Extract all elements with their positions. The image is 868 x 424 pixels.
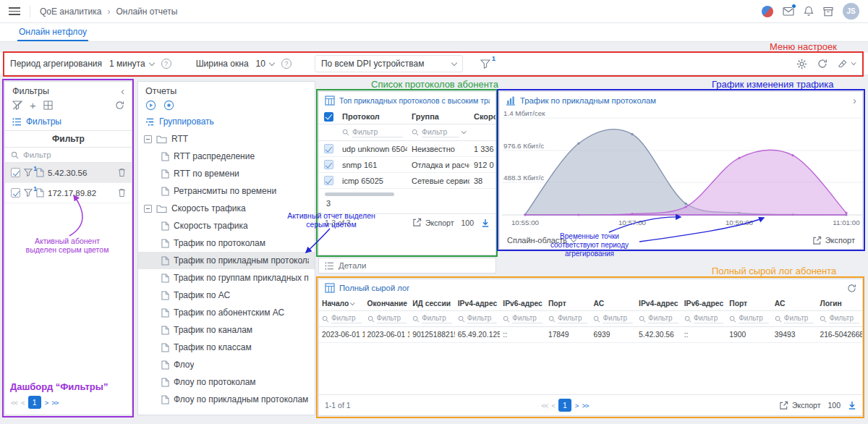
column-header-group[interactable]: Группа [407, 109, 469, 124]
column-header[interactable]: IPv6-адрес [681, 297, 727, 311]
filter-funnel-icon[interactable]: 1 [480, 59, 490, 69]
report-item[interactable]: Скорость трафика [138, 217, 315, 234]
filter-funnel-icon[interactable]: 1 [24, 169, 33, 177]
column-filter-input[interactable]: Фильтр [817, 311, 862, 327]
next-page-button[interactable]: > [45, 399, 48, 407]
last-page-button[interactable]: >> [51, 399, 58, 407]
report-item-active[interactable]: Трафик по прикладным протоколам [138, 252, 315, 269]
messages-icon[interactable] [783, 7, 794, 16]
help-icon[interactable]: ? [281, 59, 292, 69]
column-header[interactable]: IPv6-адрес [500, 297, 545, 311]
details-section[interactable]: Детали [318, 258, 496, 274]
filter-funnel-icon[interactable]: 1 [24, 189, 33, 197]
bell-icon[interactable] [804, 6, 814, 17]
window-width-select[interactable]: 10 [256, 59, 274, 69]
user-avatar[interactable]: JS [843, 3, 859, 20]
report-item[interactable]: Трафик по протоколам [138, 234, 315, 252]
report-folder[interactable]: Скорость трафика [138, 200, 315, 217]
protocol-filter-input[interactable]: Фильтр [338, 124, 407, 141]
filter-search-input[interactable] [23, 150, 126, 159]
row-checkbox[interactable] [324, 144, 333, 153]
column-filter-input[interactable]: Фильтр [590, 311, 636, 327]
dot-circle-icon[interactable] [163, 100, 174, 111]
row-checkbox[interactable] [324, 176, 333, 185]
column-filter-input[interactable]: Фильтр [772, 311, 817, 327]
clear-filters-icon[interactable] [838, 59, 856, 69]
column-filter-input[interactable]: Фильтр [636, 311, 681, 327]
report-item[interactable]: Флоу [138, 356, 315, 373]
report-item[interactable]: RTT по времени [138, 165, 315, 182]
gear-icon[interactable] [796, 59, 807, 69]
tab-online-netflow[interactable]: Онлайн нетфлоу [17, 23, 88, 41]
column-header-protocol[interactable]: Протокол [338, 109, 407, 124]
current-page-button[interactable]: 1 [28, 396, 41, 409]
column-header[interactable]: Логин [817, 297, 862, 311]
horizontal-scrollbar[interactable] [325, 192, 394, 196]
report-item[interactable]: Ретрансмиты по времени [138, 182, 315, 200]
column-filter-input[interactable]: Фильтр [500, 311, 545, 327]
next-page-button[interactable]: > [575, 402, 579, 410]
column-header[interactable]: Порт [545, 297, 591, 311]
filter-column-header[interactable]: Фильтр [5, 130, 132, 148]
page-size-select[interactable]: 100 [461, 219, 474, 227]
column-filter-input[interactable]: Фильтр [545, 311, 591, 327]
column-header[interactable]: АС [590, 297, 636, 311]
report-item[interactable]: Трафик по АС [138, 287, 315, 304]
column-header[interactable]: IPv4-адрес [455, 297, 501, 311]
report-item[interactable]: Трафик по абонентским АС [138, 304, 315, 321]
speed-filter-input[interactable] [469, 124, 495, 141]
trash-icon[interactable] [118, 168, 126, 177]
column-filter-input[interactable]: Фильтр [681, 311, 727, 327]
report-item[interactable]: Трафик по группам прикладных протоколов [138, 269, 315, 287]
play-circle-icon[interactable] [145, 100, 156, 111]
status-globe-icon[interactable] [762, 6, 773, 17]
refresh-icon[interactable] [817, 59, 827, 69]
column-filter-input[interactable]: Фильтр [409, 311, 455, 327]
filters-section[interactable]: Фильтры [5, 114, 132, 130]
last-page-button[interactable]: >> [582, 402, 588, 410]
add-filter-icon[interactable]: + [30, 101, 36, 109]
report-item[interactable]: Флоу по протоколам [138, 373, 315, 391]
column-filter-input[interactable]: Фильтр [726, 311, 772, 327]
export-button[interactable]: Экспорт [412, 218, 454, 227]
column-header[interactable]: Начало [319, 297, 365, 311]
refresh-icon[interactable] [115, 101, 124, 110]
refresh-icon[interactable] [847, 284, 856, 293]
row-checkbox[interactable] [324, 160, 333, 169]
row-checkbox[interactable] [11, 188, 20, 198]
filter-search[interactable] [5, 148, 132, 163]
column-header[interactable]: Порт [726, 297, 772, 311]
export-button[interactable]: Экспорт [812, 236, 855, 245]
prev-page-button[interactable]: < [21, 399, 25, 407]
row-checkbox[interactable] [11, 168, 20, 177]
group-button[interactable]: Группировать [138, 114, 315, 130]
dpi-device-select[interactable]: По всем DPI устройствам [315, 55, 463, 72]
select-all-checkbox[interactable] [324, 112, 333, 122]
collapse-folder-icon[interactable] [144, 135, 152, 143]
breadcrumb-root[interactable]: QoE аналитика [40, 7, 101, 17]
column-filter-input[interactable]: Фильтр [319, 311, 365, 327]
help-icon[interactable]: ? [161, 59, 171, 69]
column-header[interactable]: IPv4-адрес [636, 297, 681, 311]
first-page-button[interactable]: << [11, 399, 17, 407]
filter-row[interactable]: 1 5.42.30.56 [5, 163, 132, 183]
aggregation-period-select[interactable]: 1 минута [109, 59, 154, 69]
grid-icon[interactable] [43, 101, 53, 110]
first-page-button[interactable]: << [541, 402, 548, 410]
column-header[interactable]: АС [772, 297, 817, 311]
current-page-button[interactable]: 1 [558, 399, 571, 412]
archive-icon[interactable] [823, 7, 833, 17]
report-item[interactable]: Флоу по прикладным протоколам [138, 391, 315, 408]
disable-filter-icon[interactable] [12, 101, 22, 110]
column-header[interactable]: Окончание [365, 297, 410, 311]
trash-icon[interactable] [118, 188, 126, 198]
prev-page-button[interactable]: < [551, 402, 555, 410]
download-icon[interactable] [848, 401, 856, 410]
collapse-folder-icon[interactable] [144, 205, 152, 213]
report-folder[interactable]: RTT [138, 130, 315, 148]
column-header[interactable]: ИД сессии [409, 297, 455, 311]
hamburger-menu-icon[interactable] [9, 7, 20, 15]
report-item[interactable]: RTT распределение [138, 148, 315, 165]
filter-row[interactable]: 1 172.17.89.82 [5, 183, 132, 203]
series-type-select[interactable]: Сплайн-область [507, 236, 576, 245]
